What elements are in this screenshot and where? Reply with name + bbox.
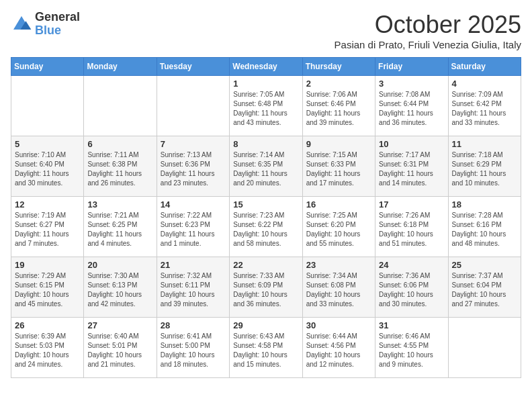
day-number: 17 bbox=[379, 199, 444, 210]
calendar-cell: 29Sunrise: 6:43 AMSunset: 4:58 PMDayligh… bbox=[230, 318, 302, 378]
weekday-header-monday: Monday bbox=[84, 58, 157, 76]
day-info: Sunrise: 7:11 AMSunset: 6:38 PMDaylight:… bbox=[87, 150, 152, 188]
weekday-header-wednesday: Wednesday bbox=[230, 58, 302, 76]
day-info: Sunrise: 7:13 AMSunset: 6:36 PMDaylight:… bbox=[161, 150, 226, 188]
day-info: Sunrise: 7:17 AMSunset: 6:31 PMDaylight:… bbox=[379, 150, 444, 188]
day-number: 3 bbox=[379, 79, 444, 89]
calendar-cell: 13Sunrise: 7:21 AMSunset: 6:25 PMDayligh… bbox=[84, 197, 157, 257]
day-number: 11 bbox=[452, 139, 517, 149]
calendar-cell: 18Sunrise: 7:28 AMSunset: 6:16 PMDayligh… bbox=[448, 197, 521, 257]
calendar-cell: 6Sunrise: 7:11 AMSunset: 6:38 PMDaylight… bbox=[84, 136, 157, 197]
day-number: 2 bbox=[306, 79, 371, 89]
calendar-cell bbox=[11, 76, 84, 136]
logo-text: General Blue bbox=[35, 11, 80, 38]
day-info: Sunrise: 7:26 AMSunset: 6:18 PMDaylight:… bbox=[379, 211, 444, 248]
calendar-cell: 2Sunrise: 7:06 AMSunset: 6:46 PMDaylight… bbox=[302, 76, 375, 136]
day-info: Sunrise: 6:41 AMSunset: 5:00 PMDaylight:… bbox=[161, 332, 226, 369]
calendar-cell: 30Sunrise: 6:44 AMSunset: 4:56 PMDayligh… bbox=[302, 318, 375, 378]
day-number: 31 bbox=[379, 320, 444, 330]
day-number: 4 bbox=[452, 79, 517, 89]
calendar-cell: 26Sunrise: 6:39 AMSunset: 5:03 PMDayligh… bbox=[11, 318, 84, 378]
day-info: Sunrise: 7:29 AMSunset: 6:15 PMDaylight:… bbox=[15, 271, 80, 309]
day-info: Sunrise: 7:25 AMSunset: 6:20 PMDaylight:… bbox=[306, 211, 371, 248]
calendar-cell: 5Sunrise: 7:10 AMSunset: 6:40 PMDaylight… bbox=[11, 136, 84, 197]
calendar-week-row: 5Sunrise: 7:10 AMSunset: 6:40 PMDaylight… bbox=[11, 136, 521, 197]
day-info: Sunrise: 7:32 AMSunset: 6:11 PMDaylight:… bbox=[161, 271, 226, 309]
calendar-cell bbox=[448, 318, 521, 378]
calendar-cell: 28Sunrise: 6:41 AMSunset: 5:00 PMDayligh… bbox=[157, 318, 229, 378]
day-info: Sunrise: 7:15 AMSunset: 6:33 PMDaylight:… bbox=[306, 150, 371, 188]
calendar-cell bbox=[157, 76, 229, 136]
calendar-cell: 19Sunrise: 7:29 AMSunset: 6:15 PMDayligh… bbox=[11, 257, 84, 318]
day-info: Sunrise: 7:14 AMSunset: 6:35 PMDaylight:… bbox=[233, 150, 298, 188]
day-info: Sunrise: 6:46 AMSunset: 4:55 PMDaylight:… bbox=[379, 332, 444, 369]
day-number: 30 bbox=[306, 320, 371, 330]
day-number: 13 bbox=[87, 199, 152, 210]
day-number: 23 bbox=[306, 260, 371, 270]
day-number: 15 bbox=[233, 199, 298, 210]
calendar-week-row: 1Sunrise: 7:05 AMSunset: 6:48 PMDaylight… bbox=[11, 76, 521, 136]
subtitle: Pasian di Prato, Friuli Venezia Giulia, … bbox=[335, 39, 521, 50]
day-number: 14 bbox=[161, 199, 226, 210]
day-info: Sunrise: 7:36 AMSunset: 6:06 PMDaylight:… bbox=[379, 271, 444, 309]
calendar-cell: 20Sunrise: 7:30 AMSunset: 6:13 PMDayligh… bbox=[84, 257, 157, 318]
logo: General Blue bbox=[11, 11, 80, 38]
calendar-cell: 25Sunrise: 7:37 AMSunset: 6:04 PMDayligh… bbox=[448, 257, 521, 318]
calendar-cell: 8Sunrise: 7:14 AMSunset: 6:35 PMDaylight… bbox=[230, 136, 302, 197]
calendar-header-row: SundayMondayTuesdayWednesdayThursdayFrid… bbox=[11, 58, 521, 76]
day-number: 1 bbox=[233, 79, 298, 89]
day-info: Sunrise: 7:28 AMSunset: 6:16 PMDaylight:… bbox=[452, 211, 517, 248]
day-info: Sunrise: 6:39 AMSunset: 5:03 PMDaylight:… bbox=[15, 332, 80, 369]
day-info: Sunrise: 6:44 AMSunset: 4:56 PMDaylight:… bbox=[306, 332, 371, 369]
day-info: Sunrise: 7:21 AMSunset: 6:25 PMDaylight:… bbox=[87, 211, 152, 248]
calendar-cell: 23Sunrise: 7:34 AMSunset: 6:08 PMDayligh… bbox=[302, 257, 375, 318]
day-info: Sunrise: 7:18 AMSunset: 6:29 PMDaylight:… bbox=[452, 150, 517, 188]
calendar-cell: 4Sunrise: 7:09 AMSunset: 6:42 PMDaylight… bbox=[448, 76, 521, 136]
day-number: 10 bbox=[379, 139, 444, 149]
day-info: Sunrise: 7:37 AMSunset: 6:04 PMDaylight:… bbox=[452, 271, 517, 309]
day-info: Sunrise: 7:23 AMSunset: 6:22 PMDaylight:… bbox=[233, 211, 298, 248]
day-info: Sunrise: 7:22 AMSunset: 6:23 PMDaylight:… bbox=[161, 211, 226, 248]
day-number: 8 bbox=[233, 139, 298, 149]
calendar-cell: 12Sunrise: 7:19 AMSunset: 6:27 PMDayligh… bbox=[11, 197, 84, 257]
day-info: Sunrise: 7:09 AMSunset: 6:42 PMDaylight:… bbox=[452, 90, 517, 128]
calendar-cell: 3Sunrise: 7:08 AMSunset: 6:44 PMDaylight… bbox=[375, 76, 448, 136]
day-number: 7 bbox=[161, 139, 226, 149]
day-number: 24 bbox=[379, 260, 444, 270]
calendar-cell: 10Sunrise: 7:17 AMSunset: 6:31 PMDayligh… bbox=[375, 136, 448, 197]
calendar-cell: 22Sunrise: 7:33 AMSunset: 6:09 PMDayligh… bbox=[230, 257, 302, 318]
calendar-cell: 14Sunrise: 7:22 AMSunset: 6:23 PMDayligh… bbox=[157, 197, 229, 257]
logo-icon bbox=[11, 13, 32, 35]
calendar-cell: 17Sunrise: 7:26 AMSunset: 6:18 PMDayligh… bbox=[375, 197, 448, 257]
title-block: October 2025 Pasian di Prato, Friuli Ven… bbox=[335, 11, 521, 50]
day-info: Sunrise: 7:06 AMSunset: 6:46 PMDaylight:… bbox=[306, 90, 371, 128]
logo-blue-text: Blue bbox=[35, 24, 80, 38]
weekday-header-thursday: Thursday bbox=[302, 58, 375, 76]
weekday-header-friday: Friday bbox=[375, 58, 448, 76]
day-number: 5 bbox=[15, 139, 80, 149]
day-info: Sunrise: 7:19 AMSunset: 6:27 PMDaylight:… bbox=[15, 211, 80, 248]
day-info: Sunrise: 7:08 AMSunset: 6:44 PMDaylight:… bbox=[379, 90, 444, 128]
weekday-header-saturday: Saturday bbox=[448, 58, 521, 76]
calendar-week-row: 19Sunrise: 7:29 AMSunset: 6:15 PMDayligh… bbox=[11, 257, 521, 318]
day-number: 29 bbox=[233, 320, 298, 330]
calendar-table: SundayMondayTuesdayWednesdayThursdayFrid… bbox=[11, 57, 521, 378]
weekday-header-tuesday: Tuesday bbox=[157, 58, 229, 76]
calendar-cell: 16Sunrise: 7:25 AMSunset: 6:20 PMDayligh… bbox=[302, 197, 375, 257]
day-info: Sunrise: 7:33 AMSunset: 6:09 PMDaylight:… bbox=[233, 271, 298, 309]
day-number: 25 bbox=[452, 260, 517, 270]
calendar-cell: 9Sunrise: 7:15 AMSunset: 6:33 PMDaylight… bbox=[302, 136, 375, 197]
page-header: General Blue October 2025 Pasian di Prat… bbox=[11, 11, 521, 50]
day-info: Sunrise: 6:40 AMSunset: 5:01 PMDaylight:… bbox=[87, 332, 152, 369]
day-number: 27 bbox=[87, 320, 152, 330]
day-number: 20 bbox=[87, 260, 152, 270]
calendar-week-row: 12Sunrise: 7:19 AMSunset: 6:27 PMDayligh… bbox=[11, 197, 521, 257]
calendar-cell: 15Sunrise: 7:23 AMSunset: 6:22 PMDayligh… bbox=[230, 197, 302, 257]
day-number: 16 bbox=[306, 199, 371, 210]
day-info: Sunrise: 7:05 AMSunset: 6:48 PMDaylight:… bbox=[233, 90, 298, 128]
day-number: 19 bbox=[15, 260, 80, 270]
weekday-header-sunday: Sunday bbox=[11, 58, 84, 76]
calendar-cell bbox=[84, 76, 157, 136]
day-number: 21 bbox=[161, 260, 226, 270]
logo-general-text: General bbox=[35, 11, 80, 24]
